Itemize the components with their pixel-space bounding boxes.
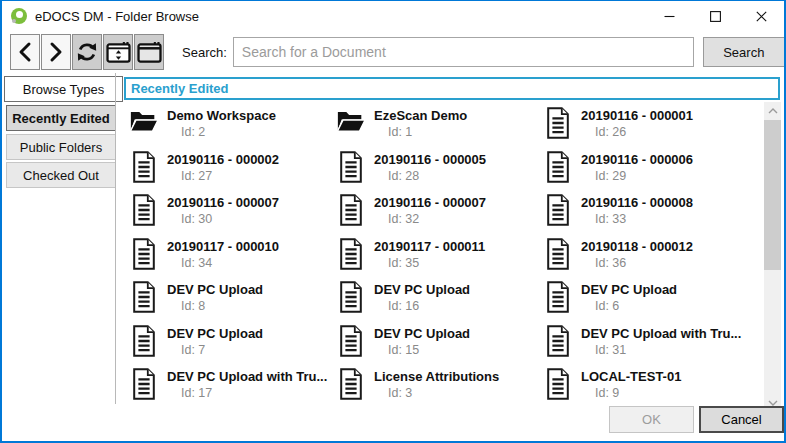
document-icon — [546, 107, 570, 139]
chevron-down-icon — [768, 400, 778, 406]
list-item[interactable]: Demo Workspace Id: 2 — [126, 107, 333, 151]
folder-icon — [336, 107, 366, 134]
document-icon — [132, 194, 156, 226]
sidebar-item-label: Browse Types — [23, 82, 104, 97]
titlebar: eDOCS DM - Folder Browse — [2, 1, 784, 31]
sidebar-item-public-folders[interactable]: Public Folders — [6, 134, 116, 160]
item-name: LOCAL-TEST-01 — [581, 369, 681, 385]
close-button[interactable] — [738, 1, 784, 31]
document-icon — [546, 281, 570, 313]
list-item[interactable]: 20190117 - 000011 Id: 35 — [333, 238, 540, 282]
back-icon — [16, 41, 34, 63]
item-id: Id: 15 — [374, 342, 470, 358]
item-id: Id: 28 — [374, 168, 486, 184]
item-name: 20190117 - 000011 — [374, 239, 485, 255]
panel-restore-icon — [106, 42, 131, 63]
document-icon — [132, 238, 156, 270]
sidebar-item-label: Recently Edited — [12, 111, 110, 126]
sidebar-item-label: Checked Out — [23, 168, 99, 183]
item-name: Demo Workspace — [167, 108, 276, 124]
list-item[interactable]: EzeScan Demo Id: 1 — [333, 107, 540, 151]
list-item[interactable]: 20190116 - 000007 Id: 32 — [333, 194, 540, 238]
refresh-icon — [75, 40, 99, 64]
item-name: 20190117 - 000010 — [167, 239, 279, 255]
document-icon — [546, 368, 570, 400]
item-id: Id: 33 — [581, 211, 693, 227]
item-name: DEV PC Upload — [581, 282, 677, 298]
document-icon — [132, 325, 156, 357]
item-id: Id: 30 — [167, 211, 279, 227]
minimize-icon — [664, 11, 675, 22]
item-id: Id: 31 — [581, 342, 741, 358]
item-name: 20190116 - 000001 — [581, 108, 693, 124]
sidebar-separator — [115, 73, 116, 404]
scroll-up-button[interactable] — [764, 102, 781, 119]
list-item[interactable]: License Attributions Id: 3 — [333, 368, 540, 404]
item-name: DEV PC Upload — [167, 326, 263, 342]
list-item[interactable]: 20190116 - 000008 Id: 33 — [540, 194, 747, 238]
list-item[interactable]: 20190116 - 000007 Id: 30 — [126, 194, 333, 238]
forward-icon — [47, 41, 65, 63]
sidebar-item-recently-edited[interactable]: Recently Edited — [6, 105, 116, 131]
list-item[interactable]: DEV PC Upload Id: 16 — [333, 281, 540, 325]
cancel-button[interactable]: Cancel — [699, 406, 784, 433]
search-button[interactable]: Search — [703, 37, 785, 67]
item-list: Demo Workspace Id: 2 EzeScan Demo Id: 1 — [124, 102, 763, 404]
vertical-scrollbar[interactable] — [764, 102, 781, 411]
document-icon — [546, 325, 570, 357]
list-item[interactable]: DEV PC Upload Id: 8 — [126, 281, 333, 325]
document-icon — [339, 238, 363, 270]
list-item[interactable]: DEV PC Upload Id: 15 — [333, 325, 540, 369]
list-item[interactable]: DEV PC Upload with Tru... Id: 17 — [126, 368, 333, 404]
item-id: Id: 17 — [167, 385, 327, 401]
document-icon — [546, 238, 570, 270]
item-id: Id: 7 — [167, 342, 263, 358]
document-icon — [546, 151, 570, 183]
list-item[interactable]: DEV PC Upload Id: 6 — [540, 281, 747, 325]
search-input[interactable] — [233, 37, 694, 67]
close-icon — [756, 11, 767, 22]
list-item[interactable]: 20190116 - 000005 Id: 28 — [333, 151, 540, 195]
list-item[interactable]: 20190116 - 000001 Id: 26 — [540, 107, 747, 151]
forward-button[interactable] — [41, 34, 71, 70]
sidebar-item-browse-types[interactable]: Browse Types — [4, 76, 123, 102]
item-name: DEV PC Upload with Tru... — [167, 369, 327, 385]
scrollbar-thumb[interactable] — [764, 120, 781, 270]
list-item[interactable]: DEV PC Upload with Tru... Id: 31 — [540, 325, 747, 369]
item-id: Id: 36 — [581, 255, 693, 271]
sidebar-item-checked-out[interactable]: Checked Out — [6, 162, 116, 188]
window-title: eDOCS DM - Folder Browse — [35, 9, 199, 24]
item-id: Id: 9 — [581, 385, 681, 401]
list-item[interactable]: DEV PC Upload Id: 7 — [126, 325, 333, 369]
back-button[interactable] — [10, 34, 40, 70]
item-name: 20190116 - 000006 — [581, 152, 693, 168]
list-item[interactable]: 20190118 - 000012 Id: 36 — [540, 238, 747, 282]
panel-maximize-button[interactable] — [134, 34, 164, 70]
item-id: Id: 34 — [167, 255, 279, 271]
item-name: DEV PC Upload — [374, 326, 470, 342]
list-item[interactable]: 20190117 - 000010 Id: 34 — [126, 238, 333, 282]
document-icon — [339, 368, 363, 400]
refresh-button[interactable] — [72, 34, 102, 70]
item-name: License Attributions — [374, 369, 499, 385]
panel-restore-button[interactable] — [103, 34, 133, 70]
document-icon — [339, 151, 363, 183]
toolbar: Search: Search — [10, 33, 780, 71]
item-name: 20190116 - 000008 — [581, 195, 693, 211]
chevron-up-icon — [768, 108, 778, 114]
item-id: Id: 3 — [374, 385, 499, 401]
ok-button[interactable]: OK — [609, 406, 694, 433]
maximize-button[interactable] — [692, 1, 738, 31]
list-item[interactable]: 20190116 - 000002 Id: 27 — [126, 151, 333, 195]
panel-maximize-icon — [137, 42, 162, 63]
list-item[interactable]: LOCAL-TEST-01 Id: 9 — [540, 368, 747, 404]
list-item[interactable]: 20190116 - 000006 Id: 29 — [540, 151, 747, 195]
content-header: Recently Edited — [124, 77, 780, 100]
item-id: Id: 26 — [581, 124, 693, 140]
search-label: Search: — [182, 45, 227, 60]
item-id: Id: 35 — [374, 255, 485, 271]
item-id: Id: 27 — [167, 168, 279, 184]
minimize-button[interactable] — [646, 1, 692, 31]
item-id: Id: 8 — [167, 298, 263, 314]
item-name: 20190116 - 000007 — [167, 195, 279, 211]
